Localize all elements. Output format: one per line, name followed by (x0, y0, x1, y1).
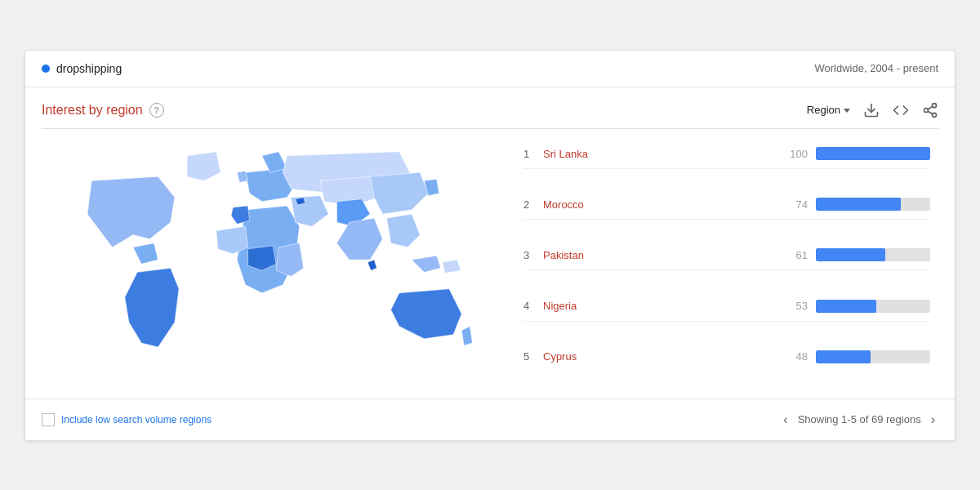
rank-number: 5 (523, 350, 543, 363)
help-icon[interactable]: ? (149, 103, 164, 118)
svg-line-4 (928, 111, 933, 114)
pagination-text: Showing 1-5 of 69 regions (798, 413, 921, 425)
rank-bar-container (816, 248, 930, 261)
checkbox-label[interactable]: Include low search volume regions (61, 414, 212, 425)
main-content: Interest by region ? Region (25, 87, 955, 399)
share-button[interactable] (922, 102, 938, 118)
rank-score-value: 61 (778, 249, 808, 261)
rank-number: 1 (523, 148, 543, 160)
table-row: 4 Nigeria 53 (523, 292, 930, 322)
table-row: 3 Pakistan 61 (523, 240, 930, 270)
rank-bar-fill (816, 350, 871, 363)
map-area (42, 129, 499, 382)
rank-bar-container (816, 300, 930, 313)
next-page-button[interactable]: › (928, 411, 938, 429)
rank-bar-fill (816, 147, 930, 160)
header-bar: dropshipping Worldwide, 2004 - present (25, 51, 955, 87)
region-label: Region (807, 104, 840, 116)
pagination-area: ‹ Showing 1-5 of 69 regions › (780, 411, 938, 429)
toolbar-right: Region (807, 102, 938, 118)
rank-bar-fill (816, 198, 901, 211)
low-volume-checkbox[interactable] (42, 413, 55, 426)
rank-number: 3 (523, 249, 543, 261)
term-dot (42, 65, 50, 73)
main-card: dropshipping Worldwide, 2004 - present I… (24, 50, 956, 441)
rank-bar-container (816, 350, 930, 363)
rank-bar-container (816, 147, 930, 160)
rank-number: 4 (523, 300, 543, 312)
svg-line-5 (928, 106, 933, 109)
footer-bar: Include low search volume regions ‹ Show… (25, 399, 955, 440)
rank-country-name[interactable]: Morocco (543, 198, 778, 211)
table-row: 2 Morocco 74 (523, 189, 930, 220)
rank-bar-fill (816, 248, 885, 261)
body-area: 1 Sri Lanka 100 2 Morocco 74 3 Pakistan … (25, 129, 955, 399)
rank-score-value: 48 (778, 350, 808, 363)
section-title-area: Interest by region ? (42, 103, 164, 118)
chevron-down-icon (844, 109, 850, 113)
download-button[interactable] (863, 102, 880, 118)
rank-bar-fill (816, 300, 876, 313)
date-range: Worldwide, 2004 - present (814, 62, 938, 74)
embed-button[interactable] (893, 102, 909, 118)
section-title: Interest by region (42, 103, 143, 118)
rank-score-value: 74 (778, 198, 808, 211)
table-row: 5 Cyprus 48 (523, 342, 930, 372)
rank-number: 2 (523, 198, 543, 211)
rank-country-name[interactable]: Nigeria (543, 300, 778, 312)
world-map (42, 129, 499, 382)
prev-page-button[interactable]: ‹ (780, 411, 791, 429)
region-dropdown[interactable]: Region (807, 104, 850, 116)
rank-country-name[interactable]: Sri Lanka (543, 148, 778, 160)
rank-country-name[interactable]: Cyprus (543, 350, 778, 363)
table-row: 1 Sri Lanka 100 (523, 139, 930, 169)
term-indicator: dropshipping (42, 62, 122, 75)
rank-bar-container (816, 198, 930, 211)
rank-score-value: 100 (778, 148, 808, 160)
checkbox-area: Include low search volume regions (42, 413, 212, 426)
rank-score-value: 53 (778, 300, 808, 312)
rank-country-name[interactable]: Pakistan (543, 249, 778, 261)
section-header: Interest by region ? Region (25, 87, 955, 128)
search-term: dropshipping (56, 62, 122, 75)
rankings-area: 1 Sri Lanka 100 2 Morocco 74 3 Pakistan … (515, 129, 938, 382)
